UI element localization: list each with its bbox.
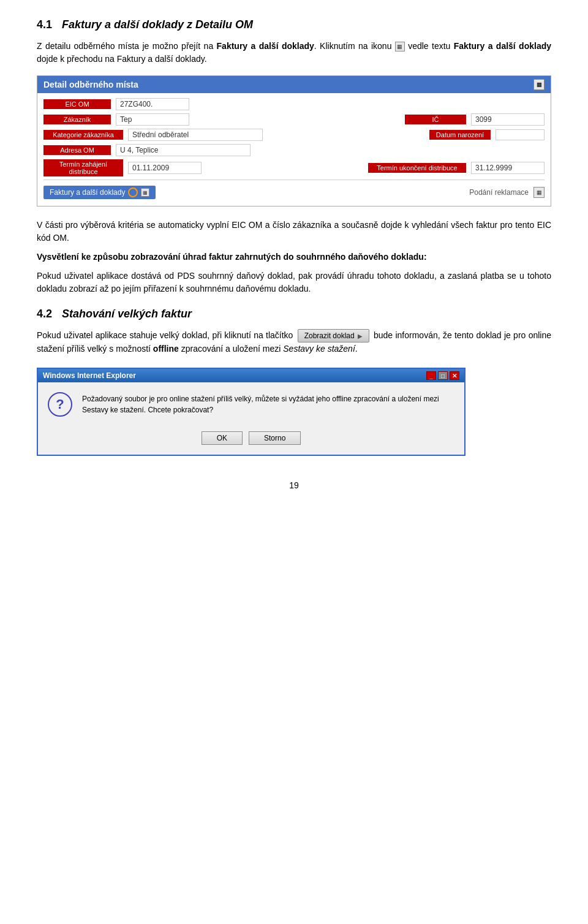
dialog-buttons: OK Storno <box>38 426 464 455</box>
podani-group: Podání reklamace ▦ <box>469 187 545 198</box>
label-ic: IČ <box>405 115 466 124</box>
detail-right-datum: Datum narození <box>429 129 545 140</box>
detail-row-zahajeni: Termín zahájenídistribuce 01.11.2009 Ter… <box>43 159 545 176</box>
dialog-minimize-btn[interactable]: _ <box>426 371 436 380</box>
dialog-close-btn[interactable]: ✕ <box>450 371 459 380</box>
label-kategorie: Kategorie zákazníka <box>43 130 123 140</box>
detail-right-ic: IČ 3099 <box>405 113 545 126</box>
section-number: 4.1 <box>37 18 52 31</box>
section42-title: Stahování velkých faktur <box>62 308 192 320</box>
faktury-circle-icon <box>128 187 138 197</box>
value-kategorie: Střední odběratel <box>128 129 263 141</box>
detail-row-kategorie: Kategorie zákazníka Střední odběratel Da… <box>43 129 545 141</box>
value-ic: 3099 <box>471 113 545 126</box>
section-41-heading: 4.1 Faktury a další doklady z Detailu OM <box>37 18 551 31</box>
btn-faktury-doklady[interactable]: Faktury a další doklady ▦ <box>43 186 156 199</box>
faktury-img-icon: ▦ <box>141 188 149 197</box>
detail-box-icon[interactable]: ▦ <box>533 79 545 90</box>
dialog-question-icon: ? <box>48 392 72 417</box>
dialog-storno-btn[interactable]: Storno <box>249 431 301 445</box>
value-eic: 27ZG400. <box>116 98 189 110</box>
value-datum <box>496 129 545 140</box>
label-zahajeni: Termín zahájenídistribuce <box>43 159 123 176</box>
label-podani: Podání reklamace <box>469 188 529 197</box>
value-zakaznik: Tep <box>116 113 189 126</box>
icon-faktury-nav: ▦ <box>395 42 405 51</box>
dialog-titlebar-buttons: _ □ ✕ <box>426 371 459 380</box>
section42-text: Pokud uživatel aplikace stahuje velký do… <box>37 329 551 355</box>
value-zahajeni: 01.11.2009 <box>128 162 202 174</box>
value-ukonceni: 31.12.9999 <box>471 162 545 174</box>
vysvetleni-text: Pokud uživatel aplikace dostává od PDS s… <box>37 270 551 295</box>
dialog-box: Windows Internet Explorer _ □ ✕ ? Požado… <box>37 368 466 456</box>
detail-row-adresa: Adresa OM U 4, Teplice <box>43 144 545 156</box>
section-title: Faktury a další doklady z Detailu OM <box>62 18 253 31</box>
podani-icon[interactable]: ▦ <box>533 187 545 198</box>
dialog-title: Windows Internet Explorer <box>43 371 136 380</box>
label-ukonceni: Termín ukončení distribuce <box>368 163 466 173</box>
label-eic: EIC OM <box>43 99 111 109</box>
value-adresa: U 4, Teplice <box>116 144 251 156</box>
section-42-heading: 4.2 Stahování velkých faktur <box>37 308 551 320</box>
vysvetleni-heading: Vysvětlení ke způsobu zobrazování úhrad … <box>37 251 551 263</box>
detail-box-content: EIC OM 27ZG400. Zákazník Tep IČ 3099 Kat… <box>37 93 551 206</box>
text-vyberu: V části pro výběrová kritéria se automat… <box>37 219 551 244</box>
detail-actions: Faktury a další doklady ▦ Podání reklama… <box>43 183 545 201</box>
dialog-message: Požadovaný soubor je pro online stažení … <box>82 393 454 415</box>
page-number: 19 <box>37 480 551 490</box>
label-datum: Datum narození <box>429 130 491 140</box>
label-adresa: Adresa OM <box>43 145 111 155</box>
detail-box-title: Detail odběrného místa <box>43 80 138 89</box>
dialog-titlebar: Windows Internet Explorer _ □ ✕ <box>38 369 464 382</box>
zobrazit-doklad-btn[interactable]: Zobrazit doklad <box>298 329 369 343</box>
detail-right-ukonceni: Termín ukončení distribuce 31.12.9999 <box>368 162 545 174</box>
detail-box-header: Detail odběrného místa ▦ <box>37 76 551 93</box>
label-zakaznik: Zákazník <box>43 115 111 124</box>
btn-zobrazit-doklad[interactable]: Zobrazit doklad <box>298 329 369 343</box>
detail-row-zakaznik: Zákazník Tep IČ 3099 <box>43 113 545 126</box>
dialog-maximize-btn[interactable]: □ <box>438 371 448 380</box>
detail-row-eic: EIC OM 27ZG400. <box>43 98 545 110</box>
dialog-ok-btn[interactable]: OK <box>202 431 243 445</box>
detail-box: Detail odběrného místa ▦ EIC OM 27ZG400.… <box>37 75 551 206</box>
section41-intro: Z detailu odběrného místa je možno přejí… <box>37 40 551 66</box>
dialog-body: ? Požadovaný soubor je pro online stažen… <box>38 382 464 426</box>
section42-number: 4.2 <box>37 308 52 320</box>
